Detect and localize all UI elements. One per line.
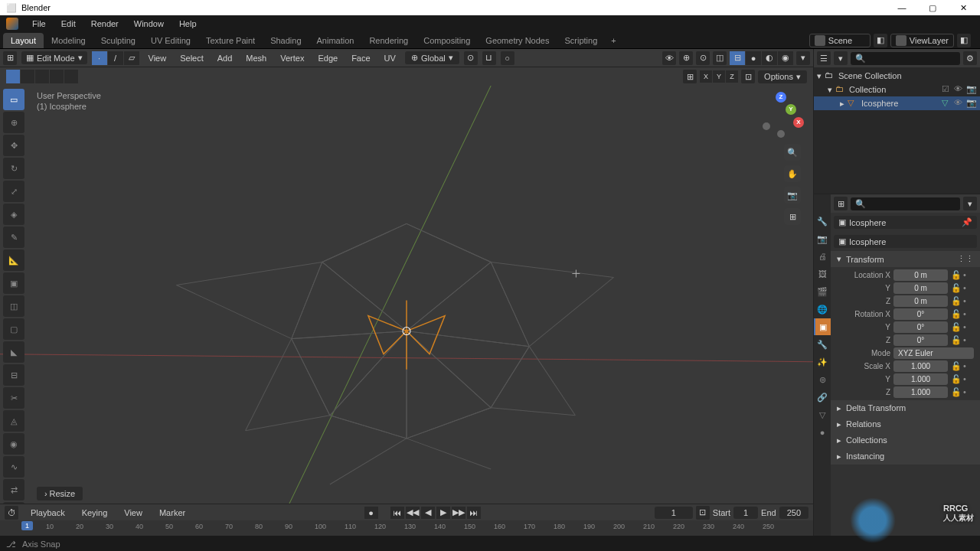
minimize-button[interactable]: —	[891, 3, 913, 13]
keyframe-icon[interactable]: •	[963, 387, 974, 398]
tweak-tool-button[interactable]	[6, 70, 20, 83]
extrude-tool[interactable]: ◫	[3, 295, 24, 317]
keyframe-icon[interactable]: •	[963, 296, 974, 307]
mesh-visibility-button[interactable]: 👁	[662, 51, 676, 65]
viewlayer-selector[interactable]: ViewLayer	[890, 34, 954, 47]
mode-selector[interactable]: ▦ Edit Mode ▾	[21, 51, 87, 64]
options-dropdown[interactable]: Options ▾	[758, 70, 807, 83]
loop-cut-tool[interactable]: ⊟	[3, 364, 24, 386]
keyframe-icon[interactable]: •	[963, 361, 974, 372]
tab-geometry-nodes[interactable]: Geometry Nodes	[478, 33, 557, 48]
tab-texture-paint[interactable]: Texture Paint	[198, 33, 263, 48]
jump-end-button[interactable]: ⏭	[467, 507, 481, 519]
axis-y-button[interactable]: Y	[713, 70, 725, 83]
prop-options-button[interactable]: ▾	[963, 197, 977, 210]
tab-uv-editing[interactable]: UV Editing	[143, 33, 198, 48]
outliner-search[interactable]: 🔍	[851, 52, 960, 65]
panel-instancing-header[interactable]: ▸Instancing	[831, 448, 980, 465]
tab-shading[interactable]: Shading	[263, 33, 309, 48]
circle-select-button[interactable]	[35, 70, 49, 83]
exclude-toggle[interactable]: ☑	[942, 84, 952, 95]
spin-tool[interactable]: ◉	[3, 433, 24, 455]
play-reverse-button[interactable]: ◀	[421, 507, 435, 519]
panel-transform-header[interactable]: ▾ Transform ⋮⋮	[831, 251, 980, 267]
poly-build-tool[interactable]: ◬	[3, 410, 24, 432]
mesh-edit-options-icon[interactable]: ⊞	[683, 70, 697, 83]
lock-icon[interactable]: 🔓	[951, 309, 962, 320]
camera-icon[interactable]: 📷	[784, 187, 801, 204]
frame-range-icon[interactable]: ⊡	[696, 506, 710, 520]
tab-physics[interactable]: ⊚	[814, 371, 831, 388]
face-select-button[interactable]: ▱	[124, 51, 139, 65]
auto-merge-button[interactable]: ⊡	[741, 70, 755, 83]
timeline-marker[interactable]: Marker	[155, 507, 190, 519]
prev-key-button[interactable]: ◀◀	[406, 507, 420, 519]
transform-tool[interactable]: ◈	[3, 204, 24, 225]
vp-menu-mesh[interactable]: Mesh	[241, 52, 271, 64]
keyframe-icon[interactable]: •	[963, 374, 974, 385]
next-key-button[interactable]: ▶▶	[452, 507, 466, 519]
keyframe-icon[interactable]: •	[963, 283, 974, 294]
scale-x-field[interactable]: 1.000	[893, 360, 948, 372]
menu-help[interactable]: Help	[173, 18, 203, 30]
timeline-ruler[interactable]: 1 10203040506070809010011012013014015016…	[0, 520, 813, 536]
bevel-tool[interactable]: ◣	[3, 341, 24, 363]
vp-menu-vertex[interactable]: Vertex	[276, 52, 309, 64]
tree-scene-collection[interactable]: ▾ 🗀 Scene Collection	[814, 69, 980, 83]
panel-delta-header[interactable]: ▸Delta Transform	[831, 400, 980, 416]
knife-tool[interactable]: ✂	[3, 387, 24, 409]
lock-icon[interactable]: 🔓	[951, 335, 962, 346]
gizmo-toggle-button[interactable]: ⊕	[679, 51, 693, 65]
overlay-toggle-button[interactable]: ⊙	[696, 51, 710, 65]
tab-world[interactable]: 🌐	[814, 301, 831, 318]
inset-tool[interactable]: ▢	[3, 318, 24, 340]
keyframe-icon[interactable]: •	[963, 270, 974, 281]
tab-output[interactable]: 🖨	[814, 248, 831, 265]
lock-icon[interactable]: 🔓	[951, 322, 962, 333]
rotate-tool[interactable]: ↻	[3, 158, 24, 179]
tab-scripting[interactable]: Scripting	[557, 33, 605, 48]
add-workspace-button[interactable]: +	[605, 33, 622, 48]
tab-modeling[interactable]: Modeling	[44, 33, 93, 48]
select-tool[interactable]: ▭	[3, 89, 24, 110]
shrink-fatten-tool[interactable]: ⇕	[3, 502, 24, 504]
loc-z-field[interactable]: 0 m	[893, 295, 948, 307]
end-frame-field[interactable]: 250	[779, 507, 808, 519]
outliner-filter-button[interactable]: ⚙	[963, 51, 977, 65]
tab-viewlayer[interactable]: 🖼	[814, 266, 831, 282]
perspective-icon[interactable]: ⊞	[784, 208, 801, 225]
rot-z-field[interactable]: 0°	[893, 334, 948, 346]
panel-relations-header[interactable]: ▸Relations	[831, 416, 980, 432]
edge-slide-tool[interactable]: ⇄	[3, 479, 24, 500]
measure-tool[interactable]: 📐	[3, 249, 24, 271]
scale-y-field[interactable]: 1.000	[893, 373, 948, 385]
tab-compositing[interactable]: Compositing	[416, 33, 478, 48]
tab-animation[interactable]: Animation	[309, 33, 362, 48]
timeline-playback[interactable]: Playback	[26, 507, 70, 519]
move-tool[interactable]: ✥	[3, 135, 24, 156]
rot-y-field[interactable]: 0°	[893, 321, 948, 333]
keyframe-icon[interactable]: •	[963, 309, 974, 320]
snap-button[interactable]: ⊔	[482, 51, 496, 65]
cursor-tool[interactable]: ⊕	[3, 112, 24, 133]
vp-menu-edge[interactable]: Edge	[313, 52, 342, 64]
outliner-display-mode[interactable]: ▾	[834, 51, 848, 65]
close-button[interactable]: ✕	[952, 3, 974, 13]
rot-x-field[interactable]: 0°	[893, 308, 948, 320]
start-frame-field[interactable]: 1	[733, 507, 758, 519]
tab-particles[interactable]: ✨	[814, 354, 831, 370]
maximize-button[interactable]: ▢	[922, 3, 943, 13]
prop-search[interactable]: 🔍	[851, 197, 960, 210]
tab-render[interactable]: 📷	[814, 230, 831, 247]
keyframe-icon[interactable]: •	[963, 322, 974, 333]
orientation-selector[interactable]: ⊕ Global ▾	[405, 51, 459, 64]
tab-object[interactable]: ▣	[814, 318, 831, 335]
scene-new-button[interactable]: ◧	[874, 34, 887, 47]
gizmo-y-icon[interactable]: Y	[786, 104, 796, 115]
tab-rendering[interactable]: Rendering	[361, 33, 416, 48]
visibility-toggle[interactable]: 👁	[954, 84, 965, 95]
add-cube-tool[interactable]: ▣	[3, 272, 24, 294]
axis-z-button[interactable]: Z	[726, 70, 738, 83]
outliner-editor-icon[interactable]: ☰	[817, 51, 831, 65]
gizmo-neg-y-icon[interactable]	[763, 122, 770, 130]
